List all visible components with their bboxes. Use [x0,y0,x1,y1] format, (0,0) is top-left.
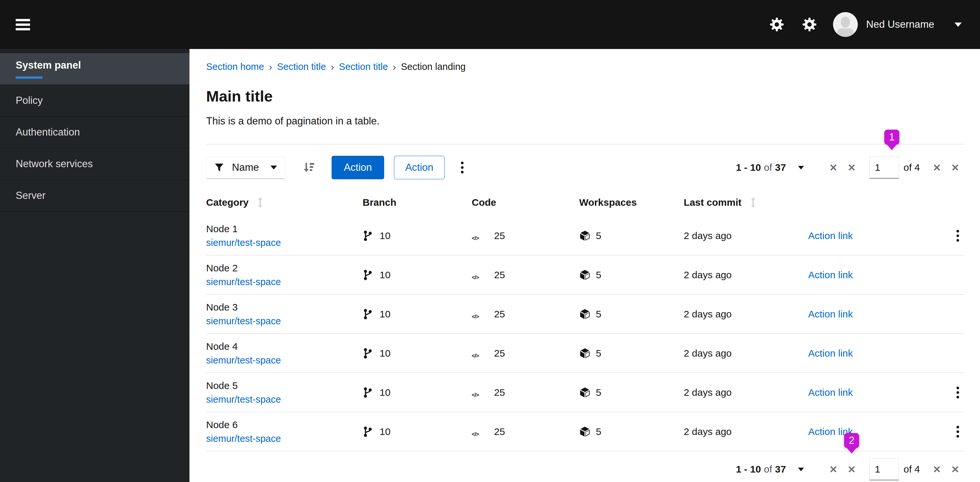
node-space-link[interactable]: siemur/test-space [206,394,363,405]
last-commit: 2 days ago [684,426,808,437]
code-icon: </> [472,274,479,281]
primary-action-button[interactable]: Action [332,156,384,179]
code-count: 25 [494,426,505,437]
breadcrumb-separator-icon: › [331,61,334,73]
nav-toggle-button[interactable] [16,17,30,33]
breadcrumb-separator-icon: › [393,61,396,73]
previous-page-button[interactable]: ✕ [843,464,861,475]
table-header: Category Branch Code Workspaces Last com… [206,179,964,216]
pagination-range: 1 - 10 [736,162,761,173]
sidebar-item-system-panel[interactable]: System panel [0,53,189,85]
cube-icon [579,387,590,398]
pagination-total: 37 [775,162,786,173]
row-action-link[interactable]: Action link [808,269,853,280]
next-page-button[interactable]: ✕ [928,162,946,173]
kebab-icon [956,230,959,232]
table-footer: 1 - 10 of 37 ✕ ✕ of 4 ✕ ✕ [206,451,964,482]
toolbar-kebab-button[interactable] [457,158,468,177]
column-header-last-commit[interactable]: Last commit [684,197,808,208]
chevron-down-icon [798,468,804,471]
current-page-input[interactable] [869,458,899,480]
previous-page-button[interactable]: ✕ [843,162,861,173]
row-action-link[interactable]: Action link [808,230,853,241]
per-page-dropdown[interactable]: 1 - 10 of 37 [736,162,804,173]
code-icon: </> [472,392,479,398]
node-space-link[interactable]: siemur/test-space [206,237,363,248]
node-space-link[interactable]: siemur/test-space [206,433,363,444]
last-commit: 2 days ago [684,309,808,320]
next-page-button[interactable]: ✕ [928,464,946,475]
row-kebab-button[interactable] [952,423,964,441]
breadcrumb-link-3[interactable]: Section title [339,61,388,72]
first-page-button[interactable]: ✕ [824,162,843,173]
pagination-of-label: of [764,162,772,173]
filter-dropdown[interactable]: Name [206,156,285,179]
kebab-icon [956,387,959,389]
table-toolbar: Name Action Action 1 - 10 of [206,156,964,179]
breadcrumb: Section home › Section title › Section t… [206,49,964,73]
last-page-button[interactable]: ✕ [946,162,964,173]
total-pages-label: of 4 [904,464,920,475]
code-count: 25 [494,230,505,241]
cube-icon [579,426,590,437]
masthead: Ned Username [0,0,980,49]
row-kebab-button[interactable] [952,383,964,402]
workspaces-count: 5 [596,348,601,359]
column-header-workspaces: Workspaces [579,197,684,208]
last-page-button[interactable]: ✕ [946,464,964,475]
sort-button[interactable] [299,158,318,177]
code-count: 25 [494,387,505,398]
gear-icon [802,17,817,32]
sidebar-item-server[interactable]: Server [0,180,189,212]
row-action-link[interactable]: Action link [808,309,853,320]
chevron-down-icon [270,165,277,170]
annotation-badge-1: 1 [884,130,899,145]
node-name: Node 5 [206,380,363,391]
pagination-of-label: of [764,464,772,475]
row-action-link[interactable]: Action link [808,348,853,359]
secondary-action-button[interactable]: Action [394,156,445,179]
code-icon: </> [472,431,479,437]
node-space-link[interactable]: siemur/test-space [206,316,363,326]
column-header-branch: Branch [363,197,472,208]
code-icon: </> [472,313,479,320]
pagination-bottom: 1 - 10 of 37 ✕ ✕ of 4 ✕ ✕ [736,458,964,480]
sort-both-icon [750,197,756,208]
row-action-link[interactable]: Action link [808,387,853,398]
cube-icon [579,308,590,320]
settings-button-1[interactable] [760,8,793,41]
node-space-link[interactable]: siemur/test-space [206,277,363,287]
breadcrumb-link-1[interactable]: Section home [206,61,264,72]
branch-count: 10 [380,387,390,398]
sidebar-item-label: Authentication [16,126,189,138]
sidebar-item-label: Policy [16,95,189,107]
per-page-dropdown[interactable]: 1 - 10 of 37 [736,464,804,475]
workspaces-count: 5 [596,309,601,320]
first-page-button[interactable]: ✕ [824,464,843,475]
sidebar-item-authentication[interactable]: Authentication [0,116,189,148]
settings-button-2[interactable] [793,8,826,41]
pagination-nav: ✕ ✕ of 4 ✕ ✕ [824,156,964,179]
code-count: 25 [494,269,505,280]
user-menu-label[interactable]: Ned Username [866,19,934,30]
row-kebab-button[interactable] [952,227,964,245]
sidebar-item-policy[interactable]: Policy [0,85,189,116]
sidebar-item-network-services[interactable]: Network services [0,148,189,180]
code-icon: </> [472,353,479,359]
node-space-link[interactable]: siemur/test-space [206,355,363,366]
main-content: Section home › Section title › Section t… [189,49,980,482]
code-count: 25 [494,309,505,320]
code-branch-icon [363,308,373,320]
table-row: Node 5 siemur/test-space 10 </>25 5 2 da… [206,373,964,412]
workspaces-count: 5 [596,230,601,241]
page-title: Main title [206,87,964,105]
current-page-input[interactable] [869,156,899,179]
code-branch-icon [363,426,373,437]
workspaces-count: 5 [596,387,601,398]
breadcrumb-link-2[interactable]: Section title [277,61,326,72]
branch-count: 10 [380,230,390,241]
code-branch-icon [363,269,373,281]
user-menu-caret-icon[interactable] [955,22,962,27]
last-commit: 2 days ago [684,269,808,280]
column-header-category[interactable]: Category [206,197,363,208]
